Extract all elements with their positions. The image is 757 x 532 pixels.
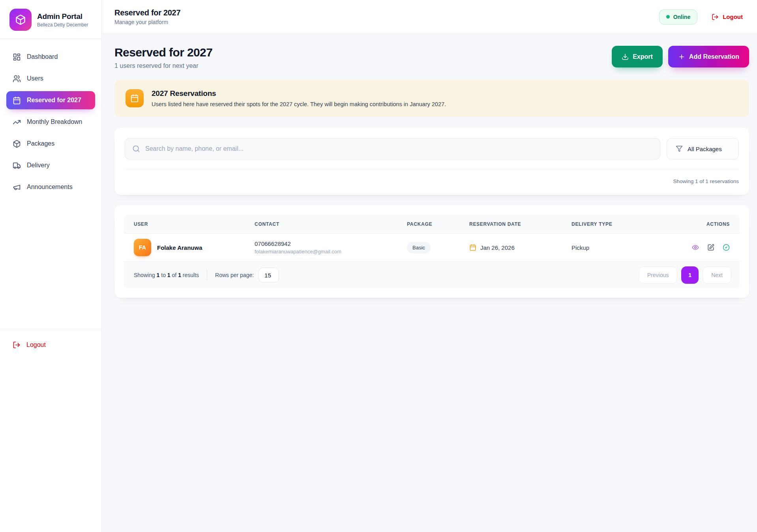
column-header-package: PACKAGE bbox=[397, 221, 459, 227]
page-content: Reserved for 2027 1 users reserved for n… bbox=[102, 34, 757, 532]
edit-action-pencil-icon[interactable] bbox=[707, 244, 714, 251]
header-logout-label: Logout bbox=[723, 13, 743, 20]
user-phone: 07066628942 bbox=[255, 240, 387, 247]
next-page-button[interactable]: Next bbox=[703, 266, 731, 284]
sidebar-item-label: Dashboard bbox=[27, 53, 58, 60]
calendar-icon bbox=[469, 244, 476, 251]
truck-icon bbox=[13, 161, 21, 170]
package-icon bbox=[13, 140, 21, 148]
column-header-actions: ACTIONS bbox=[680, 221, 740, 227]
page-head: Reserved for 2027 1 users reserved for n… bbox=[114, 46, 749, 69]
table-footer: Showing 1 to 1 of 1 results Rows per pag… bbox=[124, 262, 740, 288]
table-header-row: USER CONTACT PACKAGE RESERVATION DATE DE… bbox=[124, 215, 740, 233]
package-filter-dropdown[interactable]: All Packages bbox=[667, 138, 739, 159]
calendar-icon bbox=[13, 96, 21, 105]
page-subtitle: 1 users reserved for next year bbox=[114, 62, 212, 69]
reservation-date: Jan 26, 2026 bbox=[480, 244, 515, 251]
sidebar-item-label: Delivery bbox=[27, 162, 50, 169]
online-dot-icon bbox=[666, 15, 670, 19]
logout-icon bbox=[712, 13, 719, 21]
header-title: Reserved for 2027 bbox=[114, 8, 180, 17]
trending-up-icon bbox=[13, 118, 21, 126]
column-header-user: USER bbox=[124, 221, 245, 227]
search-icon bbox=[132, 145, 140, 153]
sidebar-item-label: Monthly Breakdown bbox=[27, 118, 82, 126]
main-area: Reserved for 2027 Manage your platform O… bbox=[102, 0, 757, 532]
header-logout-button[interactable]: Logout bbox=[712, 13, 743, 21]
pagination: Previous 1 Next bbox=[639, 266, 731, 284]
add-reservation-button[interactable]: Add Reservation bbox=[668, 46, 749, 67]
sidebar-item-packages[interactable]: Packages bbox=[6, 135, 95, 153]
search-box bbox=[125, 138, 660, 159]
view-action-eye-icon[interactable] bbox=[692, 244, 699, 251]
calendar-badge-icon bbox=[126, 89, 144, 107]
app-title: Admin Portal bbox=[37, 12, 88, 21]
sidebar-item-reserved-2027[interactable]: Reserved for 2027 bbox=[6, 91, 95, 109]
app-window: Admin Portal Belleza Detty December Dash… bbox=[0, 0, 757, 532]
export-button-label: Export bbox=[633, 53, 653, 60]
info-banner: 2027 Reservations Users listed here have… bbox=[114, 80, 749, 117]
dashboard-icon bbox=[13, 53, 21, 61]
sidebar-item-monthly-breakdown[interactable]: Monthly Breakdown bbox=[6, 113, 95, 131]
column-header-reservation-date: RESERVATION DATE bbox=[459, 221, 562, 227]
table-row: FA Folake Aranuwa 07066628942 folakemiar… bbox=[124, 233, 740, 262]
results-range-text: Showing 1 to 1 of 1 results bbox=[134, 272, 199, 278]
column-header-delivery-type: DELIVERY TYPE bbox=[562, 221, 680, 227]
current-page-button[interactable]: 1 bbox=[681, 266, 699, 284]
download-icon bbox=[622, 53, 629, 60]
sidebar-item-label: Users bbox=[27, 75, 43, 82]
user-email: folakemiaranuwapatience@gmail.com bbox=[255, 249, 387, 255]
search-card: All Packages Showing 1 of 1 reservations bbox=[114, 128, 749, 195]
sidebar-item-label: Announcements bbox=[27, 184, 73, 191]
sidebar-item-label: Reserved for 2027 bbox=[27, 97, 81, 104]
header-subtitle: Manage your platform bbox=[114, 19, 180, 25]
footer-divider bbox=[207, 270, 207, 281]
top-header: Reserved for 2027 Manage your platform O… bbox=[102, 0, 757, 34]
logout-icon bbox=[13, 341, 21, 349]
sidebar-item-users[interactable]: Users bbox=[6, 69, 95, 88]
sidebar-logout-button[interactable]: Logout bbox=[6, 341, 95, 349]
sidebar-logout-label: Logout bbox=[26, 341, 46, 348]
app-subtitle: Belleza Detty December bbox=[37, 22, 88, 28]
user-name: Folake Aranuwa bbox=[157, 244, 202, 251]
banner-title: 2027 Reservations bbox=[152, 89, 446, 98]
results-summary: Showing 1 of 1 reservations bbox=[673, 178, 739, 184]
export-button[interactable]: Export bbox=[612, 46, 663, 67]
sidebar-item-label: Packages bbox=[27, 140, 54, 147]
add-reservation-button-label: Add Reservation bbox=[689, 53, 739, 60]
sidebar-item-dashboard[interactable]: Dashboard bbox=[6, 48, 95, 66]
brand: Admin Portal Belleza Detty December bbox=[0, 0, 101, 39]
package-filter-label: All Packages bbox=[688, 146, 722, 152]
sidebar-item-announcements[interactable]: Announcements bbox=[6, 178, 95, 196]
reservations-table-card: USER CONTACT PACKAGE RESERVATION DATE DE… bbox=[114, 205, 749, 298]
sidebar-footer: Logout bbox=[0, 329, 101, 349]
rows-per-page-input[interactable] bbox=[259, 268, 279, 283]
page-title: Reserved for 2027 bbox=[114, 46, 212, 59]
previous-page-button[interactable]: Previous bbox=[639, 266, 677, 284]
sidebar: Admin Portal Belleza Detty December Dash… bbox=[0, 0, 102, 532]
confirm-action-check-icon[interactable] bbox=[723, 244, 730, 251]
status-label: Online bbox=[673, 14, 691, 20]
avatar: FA bbox=[134, 239, 151, 256]
column-header-contact: CONTACT bbox=[245, 221, 397, 227]
plus-icon bbox=[678, 53, 685, 60]
app-logo-package-icon bbox=[9, 9, 32, 31]
package-badge: Basic bbox=[407, 242, 431, 253]
search-input[interactable] bbox=[145, 145, 653, 152]
rows-per-page-label: Rows per page: bbox=[215, 272, 254, 278]
sidebar-item-delivery[interactable]: Delivery bbox=[6, 156, 95, 174]
sidebar-nav: Dashboard Users Reserved for 2027 Monthl… bbox=[0, 39, 101, 196]
filter-icon bbox=[676, 145, 683, 152]
status-badge: Online bbox=[659, 9, 698, 24]
delivery-type: Pickup bbox=[562, 244, 680, 251]
megaphone-icon bbox=[13, 183, 21, 191]
banner-description: Users listed here have reserved their sp… bbox=[152, 101, 446, 107]
users-icon bbox=[13, 75, 21, 83]
